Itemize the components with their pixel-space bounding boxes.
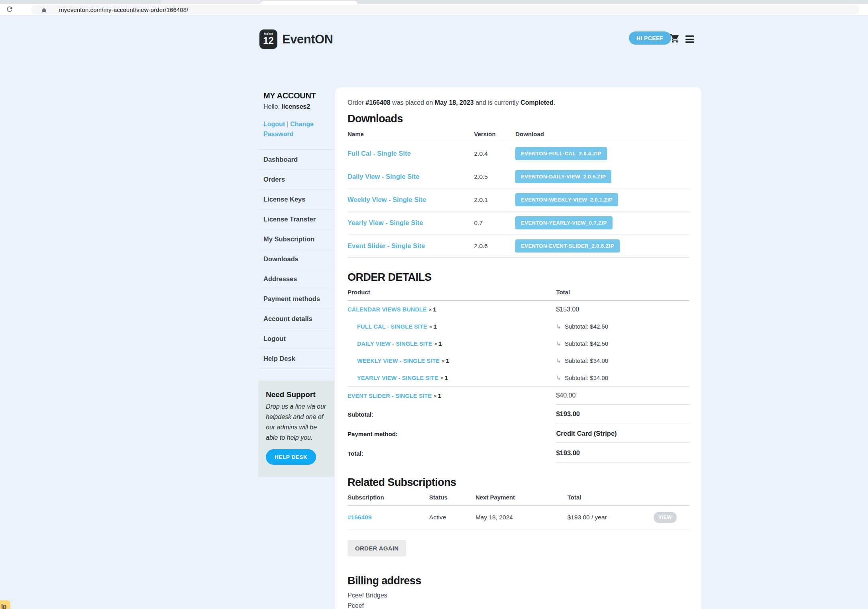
status-prefix: Order xyxy=(348,99,365,106)
col-header-status: Status xyxy=(429,494,475,501)
quantity-value: 1 xyxy=(438,340,442,347)
sidebar-item-account-details[interactable]: Account details xyxy=(259,309,334,329)
order-details-header: Product Total xyxy=(348,284,689,301)
order-card: Order #166408 was placed on May 18, 2023… xyxy=(335,87,701,609)
product-link[interactable]: Event Slider - Single Site xyxy=(348,242,425,249)
summary-row-subtotal: Subtotal: $193.00 xyxy=(348,404,689,424)
url-text[interactable]: myeventon.com/my-account/view-order/1664… xyxy=(59,6,188,13)
order-item-link[interactable]: WEEKLY VIEW - SINGLE SITE xyxy=(357,358,440,364)
sidebar-item-addresses[interactable]: Addresses xyxy=(259,269,334,289)
user-account-button[interactable]: HI PCEEF xyxy=(629,31,671,45)
times-symbol: × xyxy=(442,358,445,364)
download-zip-button[interactable]: EVENTON-FULL-CAL_2.0.4.ZIP xyxy=(515,147,607,160)
sidebar-item-dashboard[interactable]: Dashboard xyxy=(259,149,334,169)
item-subtotal: Subtotal: $42.50 xyxy=(565,323,608,330)
status-mid1: was placed on xyxy=(391,99,435,106)
download-zip-button[interactable]: EVENTON-EVENT-SLIDER_2.0.6.ZIP xyxy=(515,239,620,253)
download-zip-button[interactable]: EVENTON-DAILY-VIEW_2.0.5.ZIP xyxy=(515,170,611,183)
support-text: Drop us a line via our helpdesk and one … xyxy=(266,401,328,443)
billing-company: Pceef xyxy=(348,601,689,609)
lock-icon[interactable] xyxy=(41,7,47,14)
product-link[interactable]: Daily View - Single Site xyxy=(348,173,419,180)
sidebar-item-logout[interactable]: Logout xyxy=(259,329,334,349)
quantity-value: 1 xyxy=(433,323,437,330)
status-suffix: . xyxy=(554,99,555,106)
billing-name: Pceef Bridges xyxy=(348,590,689,601)
sidebar-item-license-transfer[interactable]: License Transfer xyxy=(259,209,334,229)
download-row: Yearly View - Single Site 0.7 EVENTON-YE… xyxy=(348,211,689,235)
download-row: Event Slider - Single Site 2.0.6 EVENTON… xyxy=(348,235,689,258)
sidebar-item-payment-methods[interactable]: Payment methods xyxy=(259,289,334,309)
browser-tab-active[interactable] xyxy=(261,1,357,4)
browser-toolbar: myeventon.com/my-account/view-order/1664… xyxy=(0,4,868,16)
sidebar-greeting: Hello, licenses2 xyxy=(263,103,334,110)
order-subitem-row: DAILY VIEW - SINGLE SITE×1 ↳Subtotal: $4… xyxy=(348,335,689,352)
sidebar-item-my-subscription[interactable]: My Subscription xyxy=(259,229,334,249)
quantity-value: 1 xyxy=(446,357,450,364)
order-number: #166408 xyxy=(365,99,390,106)
logout-link[interactable]: Logout xyxy=(263,121,285,127)
return-arrow-icon: ↳ xyxy=(556,357,561,364)
billing-address-block: Pceef Bridges Pceef xyxy=(348,590,689,609)
help-chat-widget[interactable]: lp xyxy=(0,600,10,609)
subscription-link[interactable]: #166409 xyxy=(348,514,371,521)
sidebar-item-downloads[interactable]: Downloads xyxy=(259,249,334,269)
sidebar-title: MY ACCOUNT xyxy=(263,91,334,100)
order-again-button[interactable]: ORDER AGAIN xyxy=(348,540,406,556)
logo-day-label: 12 xyxy=(259,36,277,45)
times-symbol: × xyxy=(434,341,438,347)
sidebar-item-license-keys[interactable]: License Keys xyxy=(259,189,334,209)
cart-icon[interactable] xyxy=(670,33,680,44)
summary-value: $193.00 xyxy=(556,449,689,462)
quantity-value: 1 xyxy=(438,392,442,399)
order-status-line: Order #166408 was placed on May 18, 2023… xyxy=(348,99,689,106)
order-item-link[interactable]: EVENT SLIDER - SINGLE SITE xyxy=(348,393,432,399)
version-value: 2.0.6 xyxy=(474,243,515,250)
subscription-next-payment: May 18, 2024 xyxy=(475,514,568,521)
order-item-row: CALENDAR VIEWS BUNDLE×1 $153.00 xyxy=(348,301,689,318)
view-subscription-button[interactable]: VIEW xyxy=(654,512,677,523)
help-desk-button[interactable]: HELP DESK xyxy=(266,449,316,465)
order-item-link[interactable]: DAILY VIEW - SINGLE SITE xyxy=(357,341,432,347)
item-total: $40.00 xyxy=(556,392,689,405)
brand-wordmark[interactable]: EventON xyxy=(282,32,333,47)
order-item-link[interactable]: FULL CAL - SINGLE SITE xyxy=(357,323,427,330)
version-value: 2.0.5 xyxy=(474,173,515,180)
quantity-value: 1 xyxy=(445,374,448,381)
product-link[interactable]: Yearly View - Single Site xyxy=(348,219,423,226)
item-total: $153.00 xyxy=(556,306,689,313)
order-item-row: EVENT SLIDER - SINGLE SITE×1 $40.00 xyxy=(348,386,689,404)
support-title: Need Support xyxy=(266,390,328,399)
summary-value: $193.00 xyxy=(556,410,689,423)
sidebar-item-help-desk[interactable]: Help Desk xyxy=(259,349,334,369)
quantity-value: 1 xyxy=(433,306,436,313)
order-subitem-row: YEARLY VIEW - SINGLE SITE×1 ↳Subtotal: $… xyxy=(348,369,689,386)
product-link[interactable]: Weekly View - Single Site xyxy=(348,196,426,203)
times-symbol: × xyxy=(440,375,444,381)
browser-tab-inactive[interactable] xyxy=(161,0,261,4)
reload-icon[interactable] xyxy=(6,5,15,15)
summary-label: Total: xyxy=(348,450,556,457)
subscription-row: #166409 Active May 18, 2024 $193.00 / ye… xyxy=(348,506,689,529)
related-subscriptions-heading: Related Subscriptions xyxy=(348,476,689,489)
order-item-link[interactable]: YEARLY VIEW - SINGLE SITE xyxy=(357,375,438,381)
subscription-total: $193.00 / year xyxy=(568,514,654,521)
download-zip-button[interactable]: EVENTON-YEARLY-VIEW_0.7.ZIP xyxy=(515,216,612,229)
greeting-username: licenses2 xyxy=(281,103,310,110)
account-sidebar: MY ACCOUNT Hello, licenses2 Logout | Cha… xyxy=(259,91,334,477)
summary-label: Subtotal: xyxy=(348,411,556,418)
download-zip-button[interactable]: EVENTON-WEEKLY-VIEW_2.0.1.ZIP xyxy=(515,193,618,206)
item-subtotal: Subtotal: $34.00 xyxy=(565,357,608,364)
product-link[interactable]: Full Cal - Single Site xyxy=(348,150,411,157)
col-header-total: Total xyxy=(568,494,654,501)
downloads-heading: Downloads xyxy=(348,113,689,125)
order-item-link[interactable]: CALENDAR VIEWS BUNDLE xyxy=(348,306,427,313)
order-details-heading: ORDER DETAILS xyxy=(348,271,689,284)
eventon-logo-icon[interactable]: MON 12 xyxy=(259,29,277,49)
col-header-subscription: Subscription xyxy=(348,494,429,501)
sidebar-item-orders[interactable]: Orders xyxy=(259,169,334,189)
hamburger-menu-icon[interactable] xyxy=(685,35,694,45)
greeting-prefix: Hello, xyxy=(263,103,281,110)
col-header-total: Total xyxy=(556,289,689,296)
downloads-table-header: Name Version Download xyxy=(348,125,689,142)
